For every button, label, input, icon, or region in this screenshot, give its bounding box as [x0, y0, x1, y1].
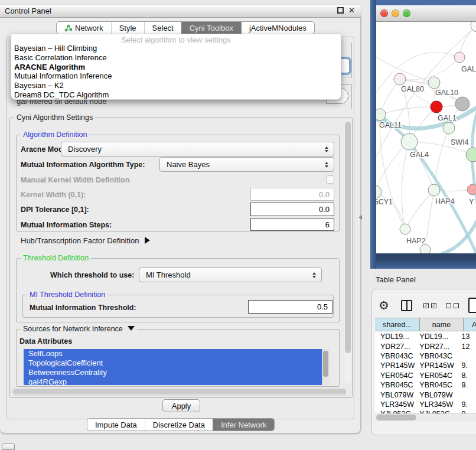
algorithm-definition-title: Algorithm Definition	[21, 131, 89, 139]
network-node[interactable]	[466, 148, 476, 162]
splitter-collapse-arrow[interactable]	[358, 215, 362, 220]
network-node[interactable]	[420, 244, 431, 253]
network-node-gal[interactable]	[454, 52, 465, 63]
column-header[interactable]: A	[464, 318, 476, 331]
column-layout-icon[interactable]	[401, 300, 412, 311]
deselect-checkboxes-icon[interactable]	[446, 303, 459, 308]
network-node-gal80[interactable]	[394, 73, 406, 85]
network-node-swi4[interactable]	[443, 122, 455, 134]
table-cell: YLR345W	[418, 400, 459, 409]
network-node-gal11[interactable]	[376, 109, 386, 120]
attribute-item[interactable]: BetweennessCentrality	[24, 368, 322, 377]
group-border-fragment	[341, 84, 353, 85]
float-window-icon[interactable]	[337, 7, 344, 14]
algorithm-dropdown-popup: Select algorithm to view settings Bayesi…	[11, 34, 341, 100]
attribute-item[interactable]: SelfLoops	[24, 349, 322, 358]
network-frame-bottom-border	[376, 253, 476, 269]
table-row[interactable]: YLR345WYLR345W9.	[375, 400, 476, 409]
attribute-item[interactable]: TopologicalCoefficient	[24, 358, 322, 368]
attribute-item[interactable]: gal4RGexp	[24, 377, 322, 385]
network-canvas[interactable]: GALGAL80GAL10GAL1GAL11SWI4GAL4GCY1HAP4YH…	[376, 22, 476, 253]
tab-network[interactable]: Network	[57, 22, 111, 34]
network-node-gcy1[interactable]	[376, 185, 382, 198]
network-node-gal1[interactable]	[431, 101, 442, 113]
settings-horizontal-scrollbar-thumb[interactable]	[12, 389, 347, 394]
settings-gear-icon[interactable]: ⚙	[379, 298, 389, 312]
table-row[interactable]: YJL052CYJL052C9	[375, 409, 476, 413]
dpi-tolerance-field[interactable]: 0.0	[250, 203, 334, 216]
table-row[interactable]: YDL19...YDL19...13	[375, 332, 476, 341]
kernel-width-field[interactable]: 0.0	[250, 188, 334, 201]
tab-label: Impute Data	[95, 420, 137, 429]
network-node-gal4[interactable]	[401, 133, 418, 150]
manual-kernel-checkbox[interactable]	[326, 175, 334, 184]
mac-close-button[interactable]	[380, 9, 388, 17]
algorithm-option[interactable]: Bayesian – K2	[14, 81, 338, 90]
column-header[interactable]: name	[420, 318, 464, 331]
network-node-hap2[interactable]	[400, 224, 410, 234]
function-builder-icon[interactable]	[468, 298, 476, 313]
algorithm-option[interactable]: Basic Correlation Inference	[14, 53, 338, 63]
attributes-list-scrollbar-thumb[interactable]	[323, 351, 328, 377]
table-row[interactable]: YDR27...YDR27...12	[375, 341, 476, 351]
control-panel-titlebar: Control Panel ✕	[0, 5, 361, 18]
table-cell: YPR145W	[418, 361, 459, 370]
network-node[interactable]	[455, 97, 470, 111]
which-threshold-combobox[interactable]: MI Threshold	[139, 268, 322, 282]
table-cell: 9.	[459, 381, 476, 389]
column-header[interactable]: shared...	[375, 318, 420, 331]
network-node-y[interactable]	[467, 184, 476, 195]
table-row[interactable]: YBR043CYBR043C	[375, 351, 476, 361]
network-node-gal10[interactable]	[428, 77, 440, 89]
network-window-titlebar	[376, 5, 476, 22]
mi-steps-field[interactable]: 6	[250, 218, 334, 231]
mi-threshold-field[interactable]: 0.5	[248, 300, 332, 314]
mac-minimize-button[interactable]	[392, 9, 399, 17]
node-label: HAP2	[406, 237, 426, 245]
table-cell: 9.	[459, 400, 476, 409]
table-cell: YBL079W	[375, 391, 418, 399]
collapsed-panel-button[interactable]	[2, 444, 15, 450]
table-row[interactable]: YBR045CYBR045C9.	[375, 380, 476, 390]
table-body: YDL19...YDL19...13YDR27...YDR27...12YBR0…	[375, 332, 476, 413]
settings-vertical-scrollbar-thumb[interactable]	[345, 122, 351, 353]
sources-title[interactable]: Sources for Network Inference	[21, 325, 137, 333]
mi-type-combobox[interactable]: Naive Bayes	[159, 157, 334, 172]
table-cell: YLR345W	[375, 400, 418, 409]
tab-cyni-toolbox[interactable]: Cyni Toolbox	[181, 22, 241, 34]
collapse-down-icon	[128, 326, 135, 331]
algorithm-option[interactable]: Dream8 DC_TDC Algorithm	[14, 90, 338, 100]
table-row[interactable]: YPR145WYPR145W9.	[375, 361, 476, 370]
aracne-mode-value: Discovery	[68, 145, 102, 154]
algorithm-option[interactable]: Bayesian – Hill Climbing	[14, 44, 338, 53]
table-row[interactable]: YER054CYER054C8.	[375, 371, 476, 380]
tab-infer-network[interactable]: Infer Network	[213, 419, 274, 431]
network-edge	[405, 190, 434, 229]
table-cell: YER054C	[375, 371, 418, 380]
algorithm-option[interactable]: ARACNE Algorithm	[14, 63, 338, 72]
tab-discretize-data[interactable]: Discretize Data	[145, 419, 213, 431]
which-threshold-label: Which threshold to use:	[50, 271, 134, 279]
control-panel-title: Control Panel	[5, 6, 51, 15]
table-cell: YBR045C	[418, 381, 459, 389]
hub-definition-toggle[interactable]: Hub/Transcription Factor Definition	[21, 236, 150, 245]
network-node-hap4[interactable]	[428, 184, 440, 196]
table-cell: 9.	[459, 361, 476, 370]
mac-zoom-button[interactable]	[403, 9, 410, 17]
algorithm-option[interactable]: Mutual Information Inference	[14, 71, 338, 81]
tab-impute-data[interactable]: Impute Data	[87, 419, 145, 431]
tab-style[interactable]: Style	[111, 22, 144, 34]
table-horizontal-scrollbar-thumb[interactable]	[376, 415, 416, 420]
apply-button[interactable]: Apply	[162, 399, 200, 412]
table-cell: 12	[459, 343, 476, 351]
select-all-checkboxes-icon[interactable]: ✓ ✓	[423, 303, 436, 308]
table-cell: YPR145W	[375, 361, 418, 370]
aracne-mode-combobox[interactable]: Discovery	[61, 142, 334, 156]
table-row[interactable]: YBL079WYBL079W	[375, 390, 476, 399]
close-icon[interactable]: ✕	[348, 7, 355, 14]
tab-select[interactable]: Select	[144, 22, 181, 34]
tab-jactivemnodules[interactable]: jActiveMNodules	[241, 22, 314, 34]
kernel-width-label: Kernel Width (0,1):	[21, 191, 86, 199]
table-cell: 8.	[459, 371, 476, 380]
mi-type-value: Naive Bayes	[167, 160, 210, 169]
